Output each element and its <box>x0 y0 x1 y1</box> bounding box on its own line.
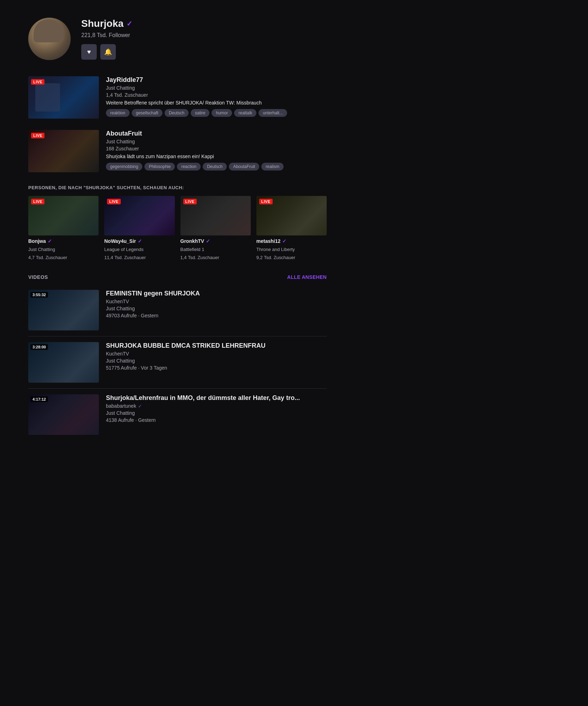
tag[interactable]: realism <box>261 163 284 170</box>
verified-icon: ✓ <box>206 238 210 244</box>
stream-thumbnail-1[interactable]: LIVE <box>28 76 99 119</box>
stream-title-2: Shurjoka lädt uns zum Narzipan essen ein… <box>106 154 327 159</box>
verified-badge: ✓ <box>126 19 132 28</box>
grid-thumb-gronkh: LIVE <box>180 196 251 235</box>
live-badge-2: LIVE <box>31 133 44 138</box>
video-meta-2: 51775 Aufrufe · Vor 3 Tagen <box>106 365 327 371</box>
stream-channel-2[interactable]: AboutaFruit <box>106 130 327 137</box>
grid-thumb-metashi: LIVE <box>256 196 327 235</box>
tag[interactable]: AboutaFruit <box>229 163 259 170</box>
video-channel-3[interactable]: bababartunek ✓ <box>106 403 327 409</box>
grid-viewers-noway: 11,4 Tsd. Zuschauer <box>104 255 174 260</box>
profile-info: Shurjoka ✓ 221,8 Tsd. Follower ♥ 🔔 <box>81 18 132 60</box>
video-duration-3: 4:17:12 <box>30 396 48 402</box>
video-thumbnail-1[interactable]: 3:55:32 <box>28 290 99 330</box>
video-item-1: 3:55:32 FEMINISTIN gegen SHURJOKA Kuchen… <box>0 286 355 335</box>
grid-channel-metashi: metashi12 ✓ <box>256 238 327 244</box>
tag[interactable]: reaktion <box>106 109 130 117</box>
stream-title-1: Weitere Betroffene spricht über SHURJOKA… <box>106 100 327 106</box>
grid-thumb-bonjwa: LIVE <box>28 196 99 235</box>
grid-viewers-gronkh: 1,4 Tsd. Zuschauer <box>180 255 251 260</box>
verified-icon: ✓ <box>48 238 52 244</box>
grid-game-gronkh: Battlefield 1 <box>180 247 251 252</box>
tag[interactable]: realtalk <box>234 109 256 117</box>
video-thumbnail-3[interactable]: 4:17:12 <box>28 394 99 435</box>
live-badge-metashi: LIVE <box>259 199 273 204</box>
grid-card-metashi[interactable]: LIVE metashi12 ✓ Throne and Liberty 9,2 … <box>256 196 327 260</box>
videos-section-title: VIDEOS <box>28 274 48 280</box>
tag[interactable]: gesellschaft <box>132 109 162 117</box>
video-info-1: FEMINISTIN gegen SHURJOKA KuchenTV Just … <box>106 290 327 318</box>
follower-count: 221,8 Tsd. Follower <box>81 32 132 38</box>
live-badge-noway: LIVE <box>107 199 120 204</box>
video-item-2: 3:28:00 SHURJOKA BUBBLE DMCA STRIKED LEH… <box>0 338 355 387</box>
tag[interactable]: Deutsch <box>203 163 227 170</box>
video-duration-2: 3:28:00 <box>30 344 48 350</box>
stream-category-2: Just Chatting <box>106 139 327 144</box>
video-info-3: Shurjoka/Lehrenfrau in MMO, der dümmste … <box>106 394 327 423</box>
also-watching-header: PERSONEN, DIE NACH "SHURJOKA" SUCHTEN, S… <box>0 178 355 196</box>
tags-row-1: reaktion gesellschaft Deutsch satire hum… <box>106 109 327 117</box>
tag[interactable]: Philosophie <box>144 163 175 170</box>
grid-viewers-bonjwa: 4,7 Tsd. Zuschauer <box>28 255 99 260</box>
tags-row-2: gegenmobbing Philosophie reaction Deutsc… <box>106 163 327 170</box>
tag[interactable]: humor <box>212 109 232 117</box>
live-badge-1: LIVE <box>31 79 44 85</box>
divider <box>28 388 327 389</box>
grid-channel-bonjwa: Bonjwa ✓ <box>28 238 99 244</box>
stream-thumbnail-2[interactable]: LIVE <box>28 130 99 172</box>
grid-game-metashi: Throne and Liberty <box>256 247 327 252</box>
verified-icon: ✓ <box>138 238 142 244</box>
video-meta-1: 49703 Aufrufe · Gestern <box>106 313 327 318</box>
grid-game-noway: League of Legends <box>104 247 174 252</box>
video-meta-3: 4138 Aufrufe · Gestern <box>106 417 327 423</box>
tag[interactable]: Deutsch <box>165 109 189 117</box>
grid-game-bonjwa: Just Chatting <box>28 247 99 252</box>
profile-name: Shurjoka ✓ <box>81 18 132 29</box>
video-channel-2[interactable]: KuchenTV <box>106 351 327 357</box>
divider <box>28 336 327 336</box>
stream-category-1: Just Chatting <box>106 85 327 91</box>
grid-channel-gronkh: GronkhTV ✓ <box>180 238 251 244</box>
stream-channel-1[interactable]: JayRiddle77 <box>106 76 327 84</box>
video-category-3: Just Chatting <box>106 410 327 416</box>
video-title-2[interactable]: SHURJOKA BUBBLE DMCA STRIKED LEHRENFRAU <box>106 342 327 349</box>
tag[interactable]: gegenmobbing <box>106 163 142 170</box>
video-category-2: Just Chatting <box>106 358 327 364</box>
stream-info-1: JayRiddle77 Just Chatting 1,4 Tsd. Zusch… <box>106 76 327 117</box>
stream-item-jayriddle: LIVE JayRiddle77 Just Chatting 1,4 Tsd. … <box>0 71 355 124</box>
grid-card-bonjwa[interactable]: LIVE Bonjwa ✓ Just Chatting 4,7 Tsd. Zus… <box>28 196 99 260</box>
see-all-button[interactable]: ALLE ANSEHEN <box>287 274 327 280</box>
video-channel-1[interactable]: KuchenTV <box>106 299 327 304</box>
tag[interactable]: reaction <box>177 163 201 170</box>
tag[interactable]: unterhalt... <box>259 109 287 117</box>
video-category-1: Just Chatting <box>106 306 327 311</box>
verified-icon: ✓ <box>138 403 142 409</box>
videos-header: VIDEOS ALLE ANSEHEN <box>0 267 355 286</box>
profile-actions: ♥ 🔔 <box>81 44 132 60</box>
streamer-name: Shurjoka <box>81 18 124 29</box>
avatar <box>28 18 71 60</box>
video-thumbnail-2[interactable]: 3:28:00 <box>28 342 99 383</box>
video-title-3[interactable]: Shurjoka/Lehrenfrau in MMO, der dümmste … <box>106 394 327 402</box>
live-badge-bonjwa: LIVE <box>31 199 44 204</box>
notify-button[interactable]: 🔔 <box>100 44 116 60</box>
grid-viewers-metashi: 9,2 Tsd. Zuschauer <box>256 255 327 260</box>
stream-item-aboutafruit: LIVE AboutaFruit Just Chatting 168 Zusch… <box>0 124 355 178</box>
stream-viewers-2: 168 Zuschauer <box>106 146 327 151</box>
live-badge-gronkh: LIVE <box>183 199 197 204</box>
video-info-2: SHURJOKA BUBBLE DMCA STRIKED LEHRENFRAU … <box>106 342 327 371</box>
grid-card-noway[interactable]: LIVE NoWay4u_Sir ✓ League of Legends 11,… <box>104 196 174 260</box>
grid-section: LIVE Bonjwa ✓ Just Chatting 4,7 Tsd. Zus… <box>0 196 355 267</box>
grid-card-gronkh[interactable]: LIVE GronkhTV ✓ Battlefield 1 1,4 Tsd. Z… <box>180 196 251 260</box>
video-item-3: 4:17:12 Shurjoka/Lehrenfrau in MMO, der … <box>0 390 355 439</box>
verified-icon: ✓ <box>282 238 286 244</box>
stream-info-2: AboutaFruit Just Chatting 168 Zuschauer … <box>106 130 327 170</box>
grid-channel-noway: NoWay4u_Sir ✓ <box>104 238 174 244</box>
stream-viewers-1: 1,4 Tsd. Zuschauer <box>106 92 327 98</box>
profile-section: Shurjoka ✓ 221,8 Tsd. Follower ♥ 🔔 <box>0 7 355 71</box>
follow-button[interactable]: ♥ <box>81 44 97 60</box>
video-duration-1: 3:55:32 <box>30 292 48 298</box>
video-title-1[interactable]: FEMINISTIN gegen SHURJOKA <box>106 290 327 297</box>
tag[interactable]: satire <box>191 109 209 117</box>
